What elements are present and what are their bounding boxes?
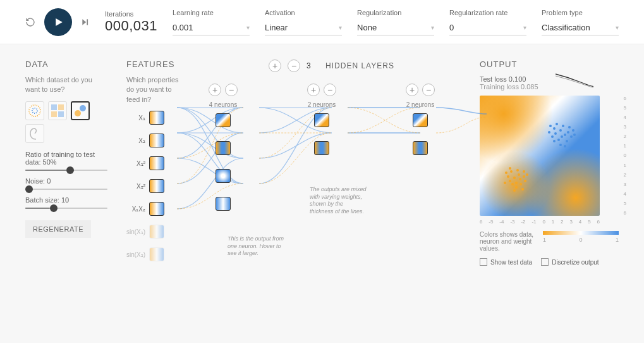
neuron-node[interactable] bbox=[216, 113, 231, 127]
neuron-node[interactable] bbox=[413, 113, 428, 127]
add-neuron-button[interactable]: + bbox=[406, 84, 418, 96]
svg-rect-7 bbox=[51, 111, 57, 117]
svg-point-21 bbox=[556, 123, 558, 125]
output-heatmap[interactable] bbox=[480, 96, 600, 216]
test-loss: Test loss 0.100 bbox=[480, 75, 619, 83]
add-neuron-button[interactable]: + bbox=[209, 84, 221, 96]
legend-text: Colors shows data, neuron and weight val… bbox=[480, 231, 537, 252]
feature-node-sinx1[interactable] bbox=[149, 225, 164, 239]
svg-point-48 bbox=[504, 182, 506, 184]
feature-label: X₂ bbox=[126, 137, 145, 144]
svg-point-28 bbox=[573, 134, 576, 136]
reg-rate-select[interactable]: 0▾ bbox=[449, 20, 526, 35]
svg-point-16 bbox=[567, 131, 569, 134]
noise-slider[interactable] bbox=[25, 189, 107, 190]
svg-point-37 bbox=[507, 175, 509, 178]
remove-layer-button[interactable]: − bbox=[288, 59, 300, 72]
annotation-neuron: This is the output from one neuron. Hove… bbox=[228, 235, 284, 258]
chevron-down-icon: ▾ bbox=[616, 24, 619, 31]
svg-point-26 bbox=[561, 135, 563, 138]
regularization-select[interactable]: None▾ bbox=[357, 20, 434, 35]
x-axis-ticks: 6-5-4-3-2-10123456 bbox=[480, 219, 600, 225]
neuron-node[interactable] bbox=[413, 141, 428, 155]
neuron-count: 4 neurons bbox=[209, 101, 237, 108]
dataset-grid bbox=[25, 101, 107, 143]
svg-point-31 bbox=[513, 177, 516, 179]
ratio-control: Ratio of training to test data: 50% bbox=[25, 151, 107, 171]
hidden-layer-title: HIDDEN LAYERS bbox=[325, 61, 394, 70]
data-column: DATA Which dataset do you want to use? R… bbox=[25, 59, 107, 270]
neuron-node[interactable] bbox=[314, 141, 329, 155]
svg-point-40 bbox=[511, 183, 514, 185]
dataset-xor[interactable] bbox=[48, 101, 67, 120]
neuron-node[interactable] bbox=[314, 113, 329, 127]
feature-node-sinx2[interactable] bbox=[149, 247, 164, 261]
feature-label: X₁² bbox=[126, 160, 145, 167]
svg-point-45 bbox=[513, 189, 516, 192]
train-loss: Training loss 0.085 bbox=[480, 83, 619, 90]
batch-slider[interactable] bbox=[25, 208, 107, 209]
learning-rate-select[interactable]: 0.001▾ bbox=[173, 20, 250, 35]
batch-control: Batch size: 10 bbox=[25, 196, 107, 209]
select-learning-rate: Learning rate 0.001▾ bbox=[173, 9, 250, 35]
add-neuron-button[interactable]: + bbox=[307, 84, 320, 96]
legend-gradient: 101 bbox=[543, 231, 619, 243]
neuron-count: 2 neurons bbox=[308, 101, 336, 108]
add-layer-button[interactable]: + bbox=[269, 59, 281, 72]
dataset-circle[interactable] bbox=[25, 101, 44, 120]
top-bar: Iterations 000,031 Learning rate 0.001▾ … bbox=[0, 0, 644, 44]
neuron-node[interactable] bbox=[216, 197, 231, 211]
feature-node-x1[interactable] bbox=[149, 111, 164, 125]
feature-node-x2sq[interactable] bbox=[149, 179, 164, 193]
legend-row: Colors shows data, neuron and weight val… bbox=[480, 231, 619, 252]
ratio-slider[interactable] bbox=[25, 170, 107, 171]
iterations-value: 000,031 bbox=[105, 18, 157, 34]
reset-icon[interactable] bbox=[25, 17, 35, 27]
show-test-data-checkbox[interactable]: Show test data bbox=[480, 258, 532, 266]
svg-point-36 bbox=[523, 175, 525, 178]
svg-point-9 bbox=[75, 110, 81, 116]
svg-marker-0 bbox=[56, 18, 63, 26]
svg-point-33 bbox=[509, 180, 511, 182]
svg-point-19 bbox=[551, 135, 554, 138]
remove-neuron-button[interactable]: − bbox=[324, 84, 336, 96]
step-icon[interactable] bbox=[81, 18, 90, 27]
layers-row: + − 4 neurons + − 2 neurons bbox=[202, 84, 461, 220]
remove-neuron-button[interactable]: − bbox=[225, 84, 238, 96]
features-column: FEATURES Which properties do you want to… bbox=[126, 59, 183, 270]
remove-neuron-button[interactable]: − bbox=[422, 84, 435, 96]
svg-point-35 bbox=[510, 170, 513, 173]
dataset-gauss[interactable] bbox=[71, 101, 90, 120]
dataset-spiral[interactable] bbox=[25, 124, 44, 143]
svg-point-15 bbox=[553, 127, 556, 130]
output-title: OUTPUT bbox=[480, 59, 619, 69]
problem-type-select[interactable]: Classification▾ bbox=[542, 20, 619, 35]
activation-select[interactable]: Linear▾ bbox=[265, 20, 342, 35]
iterations-block: Iterations 000,031 bbox=[105, 10, 157, 34]
regenerate-button[interactable]: REGENERATE bbox=[25, 220, 91, 238]
svg-point-17 bbox=[562, 125, 564, 127]
neuron-node[interactable] bbox=[216, 169, 231, 183]
select-reg-rate: Regularization rate 0▾ bbox=[449, 9, 526, 35]
play-button[interactable] bbox=[44, 8, 72, 36]
svg-point-42 bbox=[505, 172, 507, 174]
feature-label: sin(X₂) bbox=[126, 251, 145, 258]
loss-chart bbox=[556, 71, 593, 90]
svg-rect-5 bbox=[51, 104, 57, 110]
svg-point-25 bbox=[568, 126, 571, 128]
svg-point-13 bbox=[564, 134, 566, 136]
hidden-layer-count: 3 bbox=[307, 61, 311, 70]
feature-node-x1x2[interactable] bbox=[149, 202, 164, 216]
svg-point-44 bbox=[526, 173, 528, 176]
neuron-node[interactable] bbox=[216, 141, 231, 155]
playback-controls bbox=[25, 8, 90, 36]
svg-point-38 bbox=[515, 186, 518, 189]
chevron-down-icon: ▾ bbox=[246, 24, 250, 31]
discretize-output-checkbox[interactable]: Discretize output bbox=[541, 258, 598, 266]
chevron-down-icon: ▾ bbox=[431, 24, 434, 31]
data-title: DATA bbox=[25, 59, 107, 69]
svg-point-10 bbox=[80, 105, 86, 111]
feature-node-x2[interactable] bbox=[149, 134, 164, 147]
output-checks: Show test data Discretize output bbox=[480, 258, 619, 266]
feature-node-x1sq[interactable] bbox=[149, 156, 164, 170]
